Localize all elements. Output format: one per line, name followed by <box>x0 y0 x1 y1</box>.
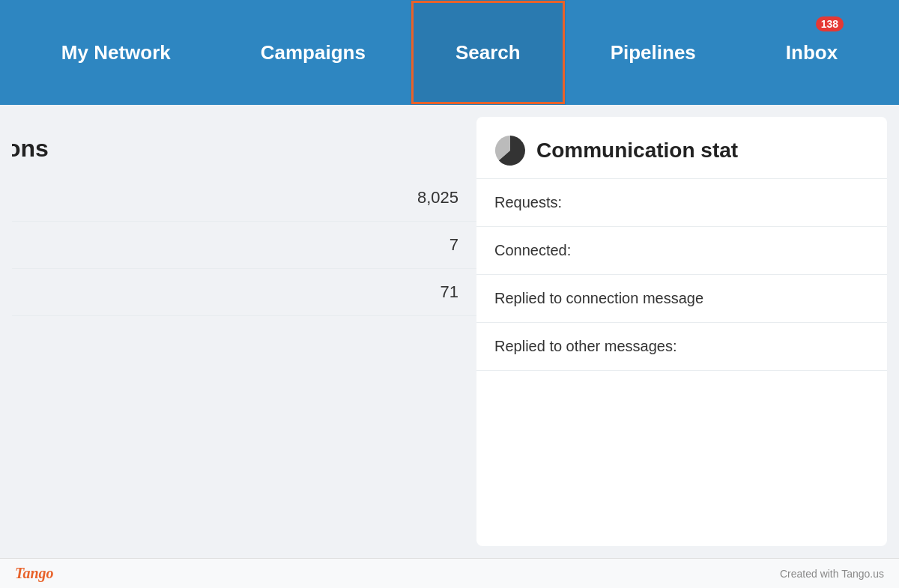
nav-search[interactable]: Search <box>411 0 566 105</box>
stat-label-3 <box>12 269 156 316</box>
communication-rows: Requests: Connected: Replied to connecti… <box>476 179 887 371</box>
nav-campaigns[interactable]: Campaigns <box>216 0 411 105</box>
comm-row-replied-connection: Replied to connection message <box>476 275 887 323</box>
nav-pipelines[interactable]: Pipelines <box>566 0 741 105</box>
left-panel-title: ons <box>12 117 476 175</box>
inbox-label: Inbox <box>786 41 838 64</box>
comm-row-requests: Requests: <box>476 179 887 227</box>
table-row: 7 <box>12 222 476 269</box>
left-panel: ons 8,025 7 71 <box>12 117 476 546</box>
nav-inbox[interactable]: Inbox 138 <box>741 0 883 105</box>
communication-title: Communication stat <box>536 139 738 163</box>
tango-logo: Tango <box>15 565 54 582</box>
navbar: My Network Campaigns Search Pipelines In… <box>0 0 899 105</box>
table-row: 71 <box>12 269 476 316</box>
communication-header: Communication stat <box>476 117 887 179</box>
pie-chart-icon <box>494 135 526 166</box>
comm-row-connected: Connected: <box>476 227 887 275</box>
stat-label-2 <box>12 222 156 269</box>
inbox-badge: 138 <box>816 16 844 31</box>
footer: Tango Created with Tango.us <box>0 558 899 588</box>
stat-label-1 <box>12 175 156 222</box>
right-panel: Communication stat Requests: Connected: … <box>476 117 887 546</box>
stat-value-2: 7 <box>156 222 476 269</box>
main-content: ons 8,025 7 71 <box>0 105 899 558</box>
stat-value-1: 8,025 <box>156 175 476 222</box>
table-row: 8,025 <box>12 175 476 222</box>
stat-value-3: 71 <box>156 269 476 316</box>
comm-row-replied-other: Replied to other messages: <box>476 323 887 371</box>
stats-table: 8,025 7 71 <box>12 175 476 316</box>
nav-my-network[interactable]: My Network <box>16 0 216 105</box>
footer-tagline: Created with Tango.us <box>780 568 884 580</box>
